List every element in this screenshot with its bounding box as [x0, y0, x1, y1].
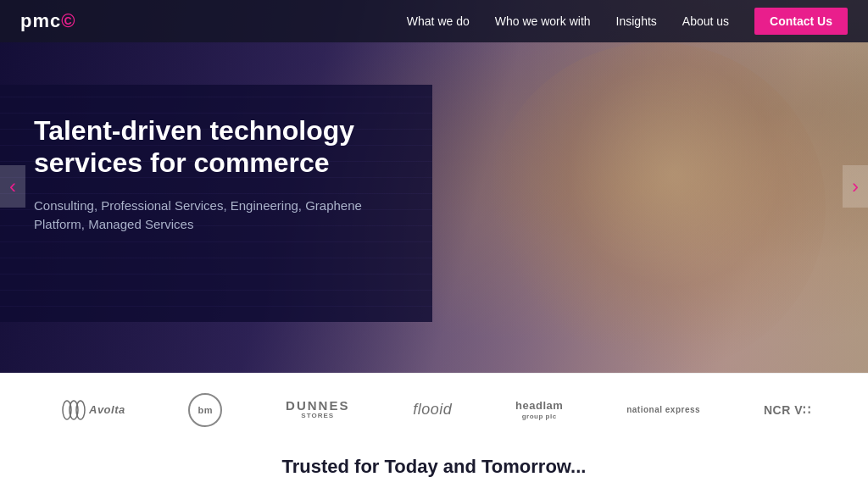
headlam-text-1: headlam [515, 399, 563, 413]
hero-subtitle: Consulting, Professional Services, Engin… [34, 197, 398, 235]
trusted-section: Trusted for Today and Tomorrow... [0, 446, 868, 488]
chevron-left-icon: ‹ [9, 175, 16, 198]
flooid-text: flooid [413, 401, 452, 419]
avolta-svg: Avolta [57, 400, 125, 420]
nav-link-what-we-do[interactable]: What we do [407, 14, 470, 28]
logo-flooid: flooid [413, 401, 452, 419]
hero-next-button[interactable]: › [843, 165, 868, 208]
nav-link-about-us[interactable]: About us [682, 14, 729, 28]
contact-button[interactable]: Contact Us [754, 8, 848, 35]
logo-dunnes: DUNNES STORES [286, 399, 349, 420]
hero-section: ‹ Talent-driven technology services for … [0, 0, 868, 373]
hero-text-panel: Talent-driven technology services for co… [0, 85, 432, 322]
partner-logos-section: Avolta bm DUNNES STORES flooid headlam g… [0, 373, 868, 446]
logo-national-express: national express [626, 405, 700, 414]
natexp-text: national express [626, 405, 700, 414]
logo-ncr: NCR V∷ [764, 403, 811, 417]
logo-headlam: headlam group plc [515, 399, 563, 420]
bm-circle-logo: bm [188, 393, 222, 427]
nav-link-insights[interactable]: Insights [616, 14, 657, 28]
dunnes-text-2: STORES [286, 413, 349, 420]
nav-item-what-we-do[interactable]: What we do [407, 14, 470, 29]
dunnes-text-1: DUNNES [286, 399, 349, 413]
logo-accent: © [61, 10, 75, 31]
hero-person-highlight [487, 42, 826, 373]
logo-bm: bm [188, 393, 222, 427]
hero-title: Talent-driven technology services for co… [34, 114, 398, 180]
svg-text:Avolta: Avolta [88, 403, 125, 416]
chevron-right-icon: › [852, 175, 859, 198]
headlam-text-2: group plc [515, 413, 563, 421]
navbar: pmc© What we do Who we work with Insight… [0, 0, 868, 42]
nav-item-who-we-work-with[interactable]: Who we work with [495, 14, 591, 29]
hero-prev-button[interactable]: ‹ [0, 165, 25, 208]
logo[interactable]: pmc© [20, 10, 75, 32]
nav-item-about-us[interactable]: About us [682, 14, 729, 29]
nav-links: What we do Who we work with Insights Abo… [407, 14, 729, 29]
logo-avolta: Avolta [57, 400, 125, 420]
nav-item-insights[interactable]: Insights [616, 14, 657, 29]
trusted-title: Trusted for Today and Tomorrow... [282, 456, 587, 478]
nav-link-who-we-work-with[interactable]: Who we work with [495, 14, 591, 28]
ncr-text: NCR V∷ [764, 403, 811, 417]
